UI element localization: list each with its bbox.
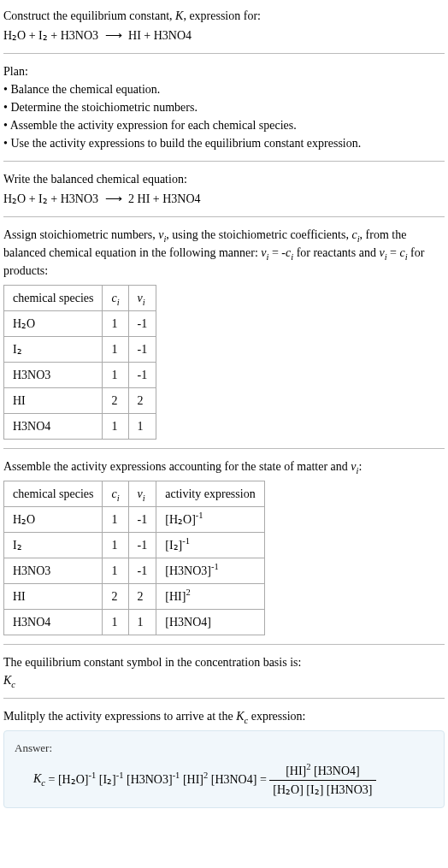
balanced-title: Write the balanced chemical equation:	[3, 170, 445, 188]
frac-num: [HI]2 [H3NO4]	[269, 762, 375, 781]
cell-c: 1	[103, 363, 128, 388]
prompt-section: Construct the equilibrium constant, K, e…	[3, 7, 445, 44]
bal-rhs: 2 HI + H3NO4	[128, 192, 201, 205]
cell-c: 1	[103, 558, 128, 584]
expr-base: [I₂]	[165, 539, 182, 552]
prompt-line1: Construct the equilibrium constant, K, e…	[3, 7, 445, 25]
kc-line2: Kc	[3, 671, 445, 689]
cell-expr: [H₂O]-1	[156, 507, 264, 533]
cell-expr: [H3NO3]-1	[156, 558, 264, 584]
table-row: H₂O1-1[H₂O]-1	[4, 507, 265, 533]
expr-base: [H3NO3]	[165, 564, 211, 577]
divider	[3, 161, 445, 162]
den-term: [H3NO3]	[327, 783, 373, 796]
activity-section: Assemble the activity expressions accoun…	[3, 458, 445, 635]
expr-base: [HI]	[165, 590, 186, 603]
answer-lhs: Kc	[33, 772, 45, 785]
eq-arrow: ⟶	[102, 29, 126, 42]
table-header-row: chemical species ci νi	[4, 286, 156, 311]
cell-c: 1	[103, 414, 128, 440]
term: [H₂O]	[58, 772, 89, 785]
cell-species: I₂	[4, 533, 103, 558]
cell-v: -1	[128, 558, 156, 584]
plan-item: • Balance the chemical equation.	[3, 80, 445, 98]
equals: =	[260, 772, 269, 785]
term: [H3NO4]	[211, 772, 257, 785]
cell-species: H3NO3	[4, 558, 103, 584]
plan-item: • Assemble the activity expression for e…	[3, 116, 445, 134]
cell-species: HI	[4, 584, 103, 610]
cell-species: H₂O	[4, 507, 103, 533]
multiply-section: Mulitply the activity expressions to arr…	[3, 707, 445, 725]
table-row: H3NO411	[4, 414, 156, 440]
stoich-table: chemical species ci νi H₂O1-1 I₂1-1 H3NO…	[3, 285, 156, 440]
cell-species: H3NO4	[4, 610, 103, 635]
divider	[3, 448, 445, 449]
col-ci: ci	[103, 286, 128, 311]
table-row: HI22	[4, 388, 156, 414]
col-species: chemical species	[4, 286, 103, 311]
stoich-section: Assign stoichiometric numbers, νi, using…	[3, 226, 445, 440]
expr-pow: -1	[211, 562, 219, 571]
cell-species: H3NO4	[4, 414, 103, 440]
cell-v: 1	[128, 414, 156, 440]
cell-v: -1	[128, 311, 156, 337]
table-row: HI22[HI]2	[4, 584, 265, 610]
balanced-equation: H₂O + I₂ + H3NO3 ⟶ 2 HI + H3NO4	[3, 190, 445, 208]
table-row: H3NO411[H3NO4]	[4, 610, 265, 635]
cell-c: 2	[103, 388, 128, 414]
frac-den: [H₂O] [I₂] [H3NO3]	[269, 781, 375, 799]
expr-base: [H3NO4]	[165, 616, 211, 629]
term-pow: 2	[203, 771, 208, 780]
col-vi: νi	[128, 286, 156, 311]
table-row: H3NO31-1[H3NO3]-1	[4, 558, 265, 584]
cell-expr: [HI]2	[156, 584, 264, 610]
table-row: I₂1-1	[4, 337, 156, 363]
cell-species: H₂O	[4, 311, 103, 337]
table-row: H₂O1-1	[4, 311, 156, 337]
num-term: [H3NO4]	[314, 765, 360, 777]
cell-c: 2	[103, 584, 128, 610]
cell-species: I₂	[4, 337, 103, 363]
answer-expression: Kc = [H₂O]-1 [I₂]-1 [H3NO3]-1 [HI]2 [H3N…	[15, 762, 433, 799]
plan-section: Plan: • Balance the chemical equation. •…	[3, 62, 445, 152]
plan-item: • Determine the stoichiometric numbers.	[3, 98, 445, 116]
cell-v: -1	[128, 363, 156, 388]
answer-label: Answer:	[15, 740, 433, 757]
activity-intro: Assemble the activity expressions accoun…	[3, 458, 445, 475]
divider	[3, 53, 445, 54]
eq-rhs: HI + H3NO4	[128, 29, 192, 42]
answer-box: Answer: Kc = [H₂O]-1 [I₂]-1 [H3NO3]-1 [H…	[3, 730, 445, 808]
col-ci: ci	[103, 481, 128, 507]
expr-base: [H₂O]	[165, 513, 196, 526]
divider	[3, 216, 445, 217]
balanced-section: Write the balanced chemical equation: H₂…	[3, 170, 445, 208]
expr-pow: 2	[186, 588, 190, 597]
activity-table: chemical species ci νi activity expressi…	[3, 481, 265, 635]
cell-v: 2	[128, 584, 156, 610]
term: [H3NO3]	[127, 772, 173, 785]
plan-item: • Use the activity expressions to build …	[3, 134, 445, 152]
eq-lhs: H₂O + I₂ + H3NO3	[3, 29, 98, 42]
num-term: [HI]	[286, 765, 306, 777]
cell-expr: [I₂]-1	[156, 533, 264, 558]
col-species: chemical species	[4, 481, 103, 507]
term: [I₂]	[99, 772, 116, 785]
cell-c: 1	[103, 507, 128, 533]
cell-species: HI	[4, 388, 103, 414]
table-row: I₂1-1[I₂]-1	[4, 533, 265, 558]
cell-c: 1	[103, 311, 128, 337]
divider	[3, 698, 445, 699]
cell-v: -1	[128, 507, 156, 533]
expr-pow: -1	[182, 536, 190, 546]
bal-arrow: ⟶	[102, 192, 126, 205]
plan-title: Plan:	[3, 62, 445, 80]
col-expr: activity expression	[156, 481, 264, 507]
bal-lhs: H₂O + I₂ + H3NO3	[3, 192, 98, 205]
kc-symbol-section: The equilibrium constant symbol in the c…	[3, 653, 445, 689]
num-pow: 2	[306, 762, 310, 771]
cell-c: 1	[103, 337, 128, 363]
multiply-line: Mulitply the activity expressions to arr…	[3, 707, 445, 725]
term-pow: -1	[116, 771, 124, 780]
cell-v: -1	[128, 533, 156, 558]
